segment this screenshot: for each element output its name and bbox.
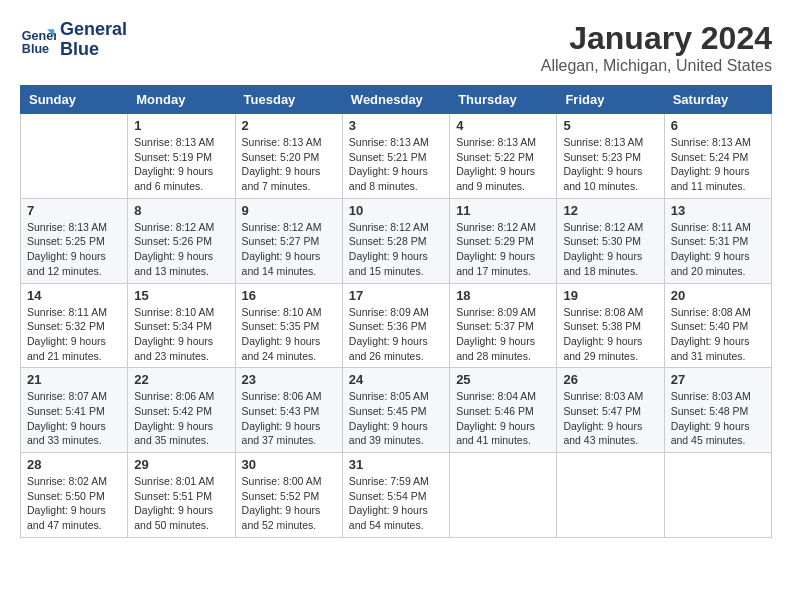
day-info: Sunrise: 8:07 AMSunset: 5:41 PMDaylight:… xyxy=(27,389,121,448)
day-number: 8 xyxy=(134,203,228,218)
day-info: Sunrise: 8:13 AMSunset: 5:20 PMDaylight:… xyxy=(242,135,336,194)
day-number: 14 xyxy=(27,288,121,303)
calendar-cell xyxy=(557,453,664,538)
day-number: 23 xyxy=(242,372,336,387)
day-info: Sunrise: 8:13 AMSunset: 5:21 PMDaylight:… xyxy=(349,135,443,194)
week-row-2: 7Sunrise: 8:13 AMSunset: 5:25 PMDaylight… xyxy=(21,198,772,283)
day-number: 10 xyxy=(349,203,443,218)
day-info: Sunrise: 8:03 AMSunset: 5:48 PMDaylight:… xyxy=(671,389,765,448)
day-info: Sunrise: 8:13 AMSunset: 5:25 PMDaylight:… xyxy=(27,220,121,279)
day-info: Sunrise: 8:12 AMSunset: 5:30 PMDaylight:… xyxy=(563,220,657,279)
calendar-cell: 10Sunrise: 8:12 AMSunset: 5:28 PMDayligh… xyxy=(342,198,449,283)
calendar-cell: 30Sunrise: 8:00 AMSunset: 5:52 PMDayligh… xyxy=(235,453,342,538)
calendar-cell: 28Sunrise: 8:02 AMSunset: 5:50 PMDayligh… xyxy=(21,453,128,538)
day-number: 22 xyxy=(134,372,228,387)
calendar-cell: 26Sunrise: 8:03 AMSunset: 5:47 PMDayligh… xyxy=(557,368,664,453)
calendar-cell xyxy=(21,114,128,199)
day-number: 19 xyxy=(563,288,657,303)
day-info: Sunrise: 8:06 AMSunset: 5:43 PMDaylight:… xyxy=(242,389,336,448)
title-area: January 2024 Allegan, Michigan, United S… xyxy=(541,20,772,75)
day-number: 28 xyxy=(27,457,121,472)
calendar-cell xyxy=(664,453,771,538)
day-number: 2 xyxy=(242,118,336,133)
day-info: Sunrise: 8:02 AMSunset: 5:50 PMDaylight:… xyxy=(27,474,121,533)
day-info: Sunrise: 8:10 AMSunset: 5:35 PMDaylight:… xyxy=(242,305,336,364)
day-info: Sunrise: 8:12 AMSunset: 5:26 PMDaylight:… xyxy=(134,220,228,279)
day-number: 7 xyxy=(27,203,121,218)
day-number: 18 xyxy=(456,288,550,303)
calendar-cell xyxy=(450,453,557,538)
calendar-body: 1Sunrise: 8:13 AMSunset: 5:19 PMDaylight… xyxy=(21,114,772,538)
header-cell-sunday: Sunday xyxy=(21,86,128,114)
day-number: 4 xyxy=(456,118,550,133)
logo-icon: General Blue xyxy=(20,22,56,58)
calendar-subtitle: Allegan, Michigan, United States xyxy=(541,57,772,75)
logo: General Blue General Blue xyxy=(20,20,127,60)
week-row-3: 14Sunrise: 8:11 AMSunset: 5:32 PMDayligh… xyxy=(21,283,772,368)
calendar-cell: 5Sunrise: 8:13 AMSunset: 5:23 PMDaylight… xyxy=(557,114,664,199)
day-number: 3 xyxy=(349,118,443,133)
calendar-cell: 7Sunrise: 8:13 AMSunset: 5:25 PMDaylight… xyxy=(21,198,128,283)
week-row-5: 28Sunrise: 8:02 AMSunset: 5:50 PMDayligh… xyxy=(21,453,772,538)
calendar-cell: 29Sunrise: 8:01 AMSunset: 5:51 PMDayligh… xyxy=(128,453,235,538)
day-info: Sunrise: 8:09 AMSunset: 5:37 PMDaylight:… xyxy=(456,305,550,364)
logo-text-line2: Blue xyxy=(60,40,127,60)
calendar-cell: 20Sunrise: 8:08 AMSunset: 5:40 PMDayligh… xyxy=(664,283,771,368)
page-header: General Blue General Blue January 2024 A… xyxy=(20,20,772,75)
day-info: Sunrise: 8:12 AMSunset: 5:28 PMDaylight:… xyxy=(349,220,443,279)
calendar-cell: 8Sunrise: 8:12 AMSunset: 5:26 PMDaylight… xyxy=(128,198,235,283)
day-number: 20 xyxy=(671,288,765,303)
header-cell-thursday: Thursday xyxy=(450,86,557,114)
calendar-cell: 9Sunrise: 8:12 AMSunset: 5:27 PMDaylight… xyxy=(235,198,342,283)
calendar-cell: 13Sunrise: 8:11 AMSunset: 5:31 PMDayligh… xyxy=(664,198,771,283)
header-cell-saturday: Saturday xyxy=(664,86,771,114)
calendar-cell: 4Sunrise: 8:13 AMSunset: 5:22 PMDaylight… xyxy=(450,114,557,199)
calendar-cell: 17Sunrise: 8:09 AMSunset: 5:36 PMDayligh… xyxy=(342,283,449,368)
day-info: Sunrise: 8:12 AMSunset: 5:29 PMDaylight:… xyxy=(456,220,550,279)
calendar-cell: 23Sunrise: 8:06 AMSunset: 5:43 PMDayligh… xyxy=(235,368,342,453)
calendar-cell: 15Sunrise: 8:10 AMSunset: 5:34 PMDayligh… xyxy=(128,283,235,368)
header-cell-friday: Friday xyxy=(557,86,664,114)
day-info: Sunrise: 8:11 AMSunset: 5:32 PMDaylight:… xyxy=(27,305,121,364)
calendar-cell: 24Sunrise: 8:05 AMSunset: 5:45 PMDayligh… xyxy=(342,368,449,453)
calendar-cell: 1Sunrise: 8:13 AMSunset: 5:19 PMDaylight… xyxy=(128,114,235,199)
day-number: 17 xyxy=(349,288,443,303)
day-number: 31 xyxy=(349,457,443,472)
day-info: Sunrise: 8:09 AMSunset: 5:36 PMDaylight:… xyxy=(349,305,443,364)
day-number: 13 xyxy=(671,203,765,218)
day-number: 11 xyxy=(456,203,550,218)
calendar-cell: 3Sunrise: 8:13 AMSunset: 5:21 PMDaylight… xyxy=(342,114,449,199)
day-number: 15 xyxy=(134,288,228,303)
calendar-cell: 14Sunrise: 8:11 AMSunset: 5:32 PMDayligh… xyxy=(21,283,128,368)
calendar-table: SundayMondayTuesdayWednesdayThursdayFrid… xyxy=(20,85,772,538)
day-number: 5 xyxy=(563,118,657,133)
day-info: Sunrise: 8:12 AMSunset: 5:27 PMDaylight:… xyxy=(242,220,336,279)
header-cell-wednesday: Wednesday xyxy=(342,86,449,114)
header-row: SundayMondayTuesdayWednesdayThursdayFrid… xyxy=(21,86,772,114)
day-number: 6 xyxy=(671,118,765,133)
day-number: 9 xyxy=(242,203,336,218)
day-info: Sunrise: 8:03 AMSunset: 5:47 PMDaylight:… xyxy=(563,389,657,448)
day-info: Sunrise: 8:06 AMSunset: 5:42 PMDaylight:… xyxy=(134,389,228,448)
calendar-cell: 16Sunrise: 8:10 AMSunset: 5:35 PMDayligh… xyxy=(235,283,342,368)
header-cell-tuesday: Tuesday xyxy=(235,86,342,114)
day-number: 1 xyxy=(134,118,228,133)
calendar-header: SundayMondayTuesdayWednesdayThursdayFrid… xyxy=(21,86,772,114)
day-info: Sunrise: 8:08 AMSunset: 5:40 PMDaylight:… xyxy=(671,305,765,364)
day-info: Sunrise: 8:13 AMSunset: 5:19 PMDaylight:… xyxy=(134,135,228,194)
day-info: Sunrise: 8:13 AMSunset: 5:22 PMDaylight:… xyxy=(456,135,550,194)
calendar-cell: 25Sunrise: 8:04 AMSunset: 5:46 PMDayligh… xyxy=(450,368,557,453)
calendar-cell: 18Sunrise: 8:09 AMSunset: 5:37 PMDayligh… xyxy=(450,283,557,368)
day-number: 24 xyxy=(349,372,443,387)
day-number: 16 xyxy=(242,288,336,303)
day-number: 12 xyxy=(563,203,657,218)
calendar-cell: 12Sunrise: 8:12 AMSunset: 5:30 PMDayligh… xyxy=(557,198,664,283)
calendar-cell: 27Sunrise: 8:03 AMSunset: 5:48 PMDayligh… xyxy=(664,368,771,453)
calendar-cell: 22Sunrise: 8:06 AMSunset: 5:42 PMDayligh… xyxy=(128,368,235,453)
day-info: Sunrise: 8:04 AMSunset: 5:46 PMDaylight:… xyxy=(456,389,550,448)
day-info: Sunrise: 8:01 AMSunset: 5:51 PMDaylight:… xyxy=(134,474,228,533)
day-number: 30 xyxy=(242,457,336,472)
header-cell-monday: Monday xyxy=(128,86,235,114)
calendar-cell: 21Sunrise: 8:07 AMSunset: 5:41 PMDayligh… xyxy=(21,368,128,453)
day-info: Sunrise: 8:08 AMSunset: 5:38 PMDaylight:… xyxy=(563,305,657,364)
